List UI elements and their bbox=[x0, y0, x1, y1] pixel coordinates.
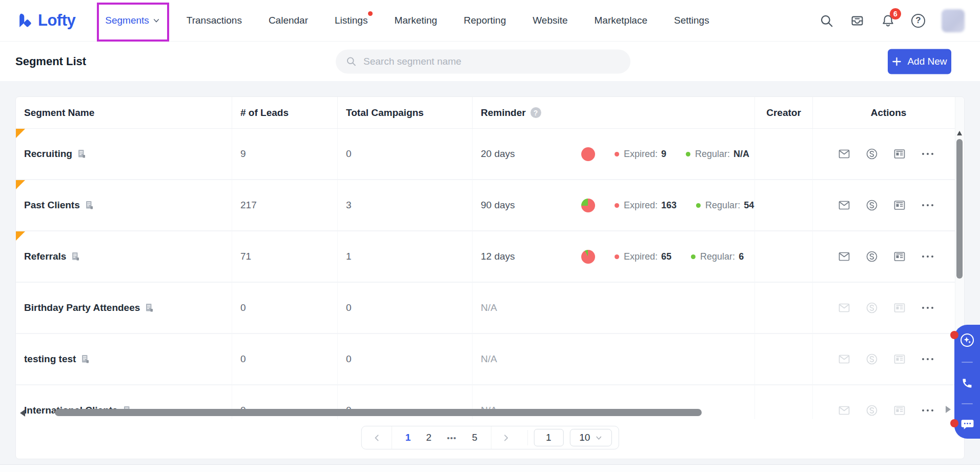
horizontal-scrollbar-thumb[interactable] bbox=[55, 409, 702, 416]
page-number[interactable]: 5 bbox=[472, 432, 478, 443]
page-ellipsis[interactable]: ••• bbox=[447, 434, 457, 442]
smart-plan-action-icon[interactable] bbox=[866, 250, 878, 263]
chevron-down-icon bbox=[153, 17, 160, 24]
reminder-days: N/A bbox=[481, 302, 571, 313]
email-action-icon[interactable] bbox=[838, 200, 850, 211]
vertical-scrollbar-thumb[interactable] bbox=[956, 139, 963, 279]
page-size-select[interactable]: 10 bbox=[569, 429, 611, 446]
more-actions-icon[interactable] bbox=[921, 203, 934, 207]
search-icon bbox=[346, 56, 356, 67]
more-actions-icon[interactable] bbox=[921, 306, 934, 310]
segment-report-icon[interactable] bbox=[85, 201, 94, 210]
nav-item-listings[interactable]: Listings bbox=[335, 15, 368, 26]
divider bbox=[527, 430, 527, 445]
regular-count: 6 bbox=[739, 251, 744, 262]
campaigns-count: 0 bbox=[338, 129, 473, 179]
column-header: Actions bbox=[813, 97, 964, 128]
nav-item-label: Settings bbox=[674, 15, 709, 26]
newsletter-action-icon[interactable] bbox=[893, 302, 906, 313]
plus-icon bbox=[892, 56, 902, 66]
segment-report-icon[interactable] bbox=[81, 355, 90, 364]
more-actions-icon[interactable] bbox=[921, 357, 934, 361]
segment-name-link[interactable]: Birthday Party Attendees bbox=[24, 302, 140, 313]
chevron-left-icon bbox=[373, 434, 380, 442]
page-size-value: 10 bbox=[579, 432, 590, 443]
email-action-icon[interactable] bbox=[838, 148, 850, 160]
campaigns-count: 3 bbox=[338, 180, 473, 230]
smart-plan-action-icon[interactable] bbox=[866, 199, 878, 211]
main-content: Segment Name# of LeadsTotal CampaignsRem… bbox=[0, 81, 980, 472]
inbox-icon[interactable] bbox=[850, 14, 865, 28]
segment-name-link[interactable]: Recruiting bbox=[24, 148, 72, 160]
segment-report-icon[interactable] bbox=[145, 303, 154, 313]
nav-item-calendar[interactable]: Calendar bbox=[269, 15, 308, 26]
notification-badge: 6 bbox=[890, 8, 901, 19]
more-actions-icon[interactable] bbox=[921, 254, 934, 259]
nav-item-marketing[interactable]: Marketing bbox=[394, 15, 437, 26]
chat-icon[interactable] bbox=[961, 418, 974, 431]
expired-count: 163 bbox=[661, 200, 677, 211]
next-page-button[interactable] bbox=[491, 426, 521, 449]
scroll-left-arrow[interactable] bbox=[20, 409, 25, 417]
column-header-label: # of Leads bbox=[240, 107, 289, 119]
page-number[interactable]: 2 bbox=[426, 432, 432, 443]
notification-dot bbox=[950, 331, 958, 339]
user-avatar[interactable] bbox=[942, 9, 965, 32]
nav-item-segments[interactable]: Segments bbox=[105, 15, 160, 26]
nav-item-transactions[interactable]: Transactions bbox=[187, 15, 242, 26]
email-action-icon[interactable] bbox=[838, 302, 850, 313]
regular-legend: Regular: 6 bbox=[691, 251, 744, 262]
smart-plan-action-icon[interactable] bbox=[866, 302, 878, 314]
reminder-detail: Expired: 163 Regular: 54 bbox=[581, 199, 754, 212]
nav-item-reporting[interactable]: Reporting bbox=[464, 15, 506, 26]
newsletter-action-icon[interactable] bbox=[893, 251, 906, 262]
nav-item-settings[interactable]: Settings bbox=[674, 15, 709, 26]
smart-plan-action-icon[interactable] bbox=[866, 353, 878, 365]
phone-icon[interactable] bbox=[961, 377, 973, 389]
expired-count: 65 bbox=[661, 251, 671, 262]
segment-search[interactable] bbox=[336, 49, 630, 73]
segment-name-link[interactable]: testing test bbox=[24, 353, 76, 365]
expired-dot-icon bbox=[615, 203, 619, 208]
scroll-up-arrow[interactable] bbox=[957, 131, 962, 135]
help-icon[interactable]: ? bbox=[911, 14, 925, 28]
table-row: Birthday Party Attendees 0 0 N/A bbox=[16, 283, 964, 334]
column-header-label: Reminder bbox=[481, 107, 526, 119]
newsletter-action-icon[interactable] bbox=[893, 200, 906, 211]
segment-report-icon[interactable] bbox=[77, 149, 86, 159]
leads-count: 71 bbox=[232, 231, 338, 282]
table-row: Recruiting 9 0 20 days Expired: 9 bbox=[16, 129, 964, 180]
search-input[interactable] bbox=[362, 55, 620, 68]
newsletter-action-icon[interactable] bbox=[893, 353, 906, 365]
nav-item-website[interactable]: Website bbox=[533, 15, 567, 26]
segment-name-link[interactable]: Referrals bbox=[24, 251, 66, 262]
chevron-right-icon bbox=[502, 434, 510, 442]
newsletter-action-icon[interactable] bbox=[893, 148, 906, 160]
regular-dot-icon bbox=[686, 152, 690, 156]
page-number[interactable]: 1 bbox=[405, 432, 411, 443]
segment-name-link[interactable]: Past Clients bbox=[24, 200, 80, 211]
notifications-bell-icon[interactable]: 6 bbox=[881, 13, 895, 28]
more-actions-icon[interactable] bbox=[921, 152, 934, 156]
help-icon[interactable]: ? bbox=[530, 107, 541, 118]
email-action-icon[interactable] bbox=[838, 251, 850, 262]
nav-item-marketplace[interactable]: Marketplace bbox=[595, 15, 648, 26]
column-header-label: Creator bbox=[766, 107, 801, 119]
previous-page-button[interactable] bbox=[362, 426, 392, 449]
page-number-list: 12•••5 bbox=[392, 426, 492, 449]
page-title: Segment List bbox=[15, 55, 86, 68]
bottom-strip bbox=[0, 464, 980, 472]
collapse-handle-icon[interactable] bbox=[946, 406, 951, 413]
lofty-logo[interactable]: Lofty bbox=[15, 11, 75, 30]
page-jump-input[interactable] bbox=[534, 429, 563, 446]
ai-assistant-icon[interactable] bbox=[959, 332, 975, 348]
smart-plan-action-icon[interactable] bbox=[866, 148, 878, 160]
search-icon[interactable] bbox=[820, 14, 833, 28]
add-new-label: Add New bbox=[907, 56, 947, 67]
nav-item-label: Marketplace bbox=[595, 15, 648, 26]
segment-table-card: Segment Name# of LeadsTotal CampaignsRem… bbox=[15, 96, 965, 459]
segment-report-icon[interactable] bbox=[71, 252, 80, 262]
email-action-icon[interactable] bbox=[838, 353, 850, 365]
add-new-button[interactable]: Add New bbox=[888, 49, 951, 74]
nav-menu: SegmentsTransactionsCalendarListingsMark… bbox=[105, 15, 709, 26]
